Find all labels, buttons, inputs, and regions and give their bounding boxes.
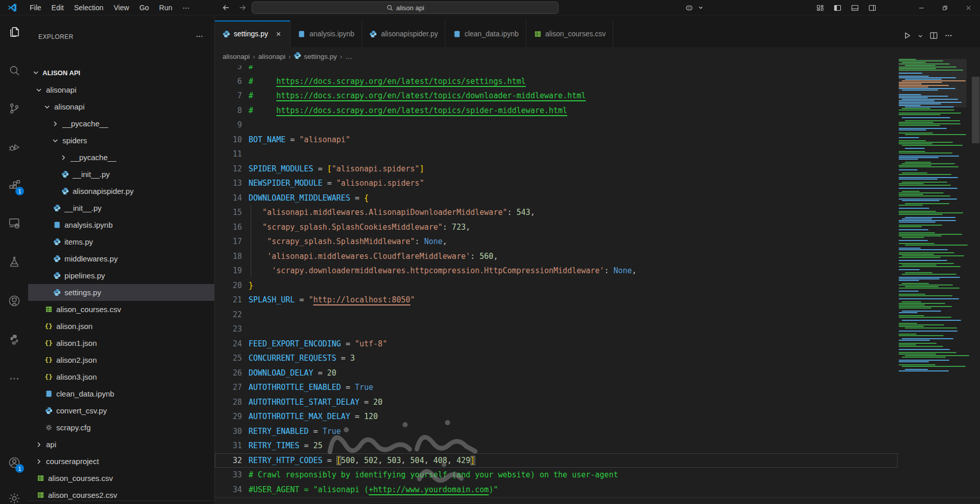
line-number[interactable]: 10 bbox=[215, 133, 242, 147]
menu-file[interactable]: File bbox=[25, 2, 47, 13]
tab-clean-data.ipynb[interactable]: clean_data.ipynb bbox=[446, 20, 526, 47]
code-line-10[interactable]: 10BOT_NAME = "alisonapi" bbox=[215, 133, 898, 147]
split-editor-button[interactable] bbox=[929, 31, 939, 42]
tree-item-items.py[interactable]: items.py bbox=[28, 233, 214, 250]
tree-item---pycache--[interactable]: __pycache__ bbox=[28, 149, 214, 166]
code-line-22[interactable]: 22 bbox=[215, 308, 898, 322]
line-number[interactable]: 15 bbox=[215, 205, 242, 220]
code-line-30[interactable]: 30RETRY_ENABLED = True bbox=[215, 424, 898, 439]
breadcrumb-item[interactable]: alisonapi bbox=[222, 53, 250, 60]
line-number[interactable]: 18 bbox=[215, 249, 242, 264]
menu-go[interactable]: Go bbox=[134, 2, 154, 13]
command-center-search[interactable]: alison api bbox=[252, 2, 559, 14]
menu-selection[interactable]: Selection bbox=[69, 2, 109, 13]
code-line-6[interactable]: 6# https://docs.scrapy.org/en/latest/top… bbox=[215, 74, 898, 89]
more-editor-actions-button[interactable] bbox=[944, 31, 953, 42]
forward-arrow-icon[interactable] bbox=[238, 3, 247, 12]
tree-item-pipelines.py[interactable]: pipelines.py bbox=[28, 267, 214, 284]
tree-item-alisonapispider.py[interactable]: alisonapispider.py bbox=[28, 183, 214, 200]
line-number[interactable]: 28 bbox=[215, 395, 242, 410]
line-number[interactable]: 22 bbox=[215, 308, 242, 322]
menu-view[interactable]: View bbox=[108, 2, 134, 13]
code-line-8[interactable]: 8# https://docs.scrapy.org/en/latest/top… bbox=[215, 103, 898, 118]
minimap-slider[interactable] bbox=[899, 59, 967, 107]
tree-item-clean-data.ipynb[interactable]: clean_data.ipynb bbox=[28, 385, 214, 402]
line-number[interactable]: 9 bbox=[215, 118, 242, 133]
tab-settings.py[interactable]: settings.py bbox=[215, 20, 291, 47]
menu-run[interactable]: Run bbox=[154, 2, 177, 13]
tree-item-scrapy.cfg[interactable]: scrapy.cfg bbox=[28, 419, 214, 436]
line-number[interactable]: 23 bbox=[215, 322, 242, 337]
minimap[interactable] bbox=[899, 59, 967, 417]
code-line-7[interactable]: 7# https://docs.scrapy.org/en/latest/top… bbox=[215, 89, 898, 103]
breadcrumb-item[interactable]: alisonapi bbox=[258, 53, 285, 60]
code-line-18[interactable]: 18 'alisonapi.middlewares.CloudflareMidd… bbox=[215, 249, 898, 264]
line-number[interactable]: 5 bbox=[215, 65, 242, 74]
run-options-button[interactable] bbox=[917, 32, 924, 41]
line-number[interactable]: 26 bbox=[215, 366, 242, 381]
minimize-button[interactable] bbox=[909, 0, 933, 15]
line-number[interactable]: 7 bbox=[215, 89, 242, 103]
tree-item---init--.py[interactable]: __init__.py bbox=[28, 200, 214, 216]
tree-item-spiders[interactable]: spiders bbox=[28, 132, 214, 149]
tree-item-settings.py[interactable]: settings.py bbox=[28, 284, 214, 301]
activity-source-control-icon[interactable] bbox=[0, 96, 28, 121]
tree-item-alison1.json[interactable]: {}alison1.json bbox=[28, 335, 214, 352]
tree-item-alison-courses.csv[interactable]: alison_courses.csv bbox=[28, 301, 214, 318]
tree-item-alisonapi[interactable]: alisonapi bbox=[28, 81, 214, 98]
tab-alison-courses.csv[interactable]: alison_courses.csv bbox=[526, 20, 613, 47]
code-line-33[interactable]: 33# Crawl responsibly by identifying you… bbox=[215, 468, 898, 483]
line-number[interactable]: 24 bbox=[215, 337, 242, 352]
code-line-25[interactable]: 25CONCURRENT_REQUESTS = 3 bbox=[215, 351, 898, 366]
tree-item-alison2.json[interactable]: {}alison2.json bbox=[28, 352, 214, 368]
activity-remote-explorer-icon[interactable] bbox=[0, 211, 28, 235]
tree-item-middlewares.py[interactable]: middlewares.py bbox=[28, 250, 214, 267]
tree-item-courseraproject[interactable]: courseraproject bbox=[28, 453, 214, 470]
menu-edit[interactable]: Edit bbox=[47, 2, 69, 13]
line-number[interactable]: 21 bbox=[215, 293, 242, 308]
copilot-menu[interactable] bbox=[680, 0, 704, 15]
line-number[interactable]: 8 bbox=[215, 103, 242, 118]
activity-github-icon[interactable] bbox=[0, 289, 28, 313]
code-editor[interactable]: 5#6# https://docs.scrapy.org/en/latest/t… bbox=[215, 65, 980, 504]
line-number[interactable]: 19 bbox=[215, 264, 242, 278]
activity-explorer-icon[interactable] bbox=[0, 19, 28, 44]
tree-item---init--.py[interactable]: __init__.py bbox=[28, 166, 214, 183]
code-line-14[interactable]: 14DOWNLOADER_MIDDLEWARES = { bbox=[215, 191, 898, 206]
line-number[interactable]: 12 bbox=[215, 162, 242, 177]
explorer-more-actions-button[interactable] bbox=[195, 32, 205, 42]
line-number[interactable]: 27 bbox=[215, 380, 242, 395]
activity-run-and-debug-icon[interactable] bbox=[0, 135, 28, 160]
activity-python-icon[interactable] bbox=[0, 327, 28, 352]
line-number[interactable]: 32 bbox=[215, 453, 242, 468]
restore-button[interactable] bbox=[933, 0, 956, 15]
tree-item---pycache--[interactable]: __pycache__ bbox=[28, 115, 214, 132]
customize-layout-button[interactable] bbox=[811, 0, 829, 15]
tree-item-alison3.json[interactable]: {}alison3.json bbox=[28, 368, 214, 385]
toggle-panel-button[interactable] bbox=[846, 0, 863, 15]
code-line-32[interactable]: 32RETRY_HTTP_CODES = [500, 502, 503, 504… bbox=[215, 453, 898, 468]
code-line-20[interactable]: 20} bbox=[215, 278, 898, 293]
tree-item-alison.json[interactable]: {}alison.json bbox=[28, 318, 214, 335]
code-line-5[interactable]: 5# bbox=[215, 65, 898, 74]
line-number[interactable]: 30 bbox=[215, 424, 242, 439]
back-arrow-icon[interactable] bbox=[221, 3, 231, 12]
activity-search-icon[interactable] bbox=[0, 58, 28, 83]
line-number[interactable]: 6 bbox=[215, 74, 242, 89]
tree-item-alisonapi[interactable]: alisonapi bbox=[28, 98, 214, 115]
line-number[interactable]: 13 bbox=[215, 176, 242, 191]
line-number[interactable]: 16 bbox=[215, 220, 242, 235]
code-line-28[interactable]: 28AUTOTHROTTLE_START_DELAY = 20 bbox=[215, 395, 898, 410]
breadcrumb-item[interactable]: … bbox=[345, 53, 352, 60]
run-python-file-button[interactable] bbox=[902, 31, 912, 42]
code-line-24[interactable]: 24FEED_EXPORT_ENCODING = "utf-8" bbox=[215, 337, 898, 352]
toggle-primary-sidebar-button[interactable] bbox=[829, 0, 846, 15]
tab-alisonapispider.py[interactable]: alisonapispider.py bbox=[362, 20, 446, 47]
code-line-29[interactable]: 29AUTOTHROTTLE_MAX_DELAY = 120 bbox=[215, 409, 898, 424]
code-line-21[interactable]: 21SPLASH_URL = "http://localhost:8050" bbox=[215, 293, 898, 308]
code-line-23[interactable]: 23 bbox=[215, 322, 898, 337]
outline-section-header[interactable]: OUTLINE bbox=[28, 500, 214, 504]
code-line-15[interactable]: 15 "alisonapi.middlewares.AlisonapiDownl… bbox=[215, 205, 898, 220]
activity-more-views-icon[interactable] bbox=[0, 366, 28, 391]
tree-item-convert-csv.py[interactable]: convert_csv.py bbox=[28, 402, 214, 419]
